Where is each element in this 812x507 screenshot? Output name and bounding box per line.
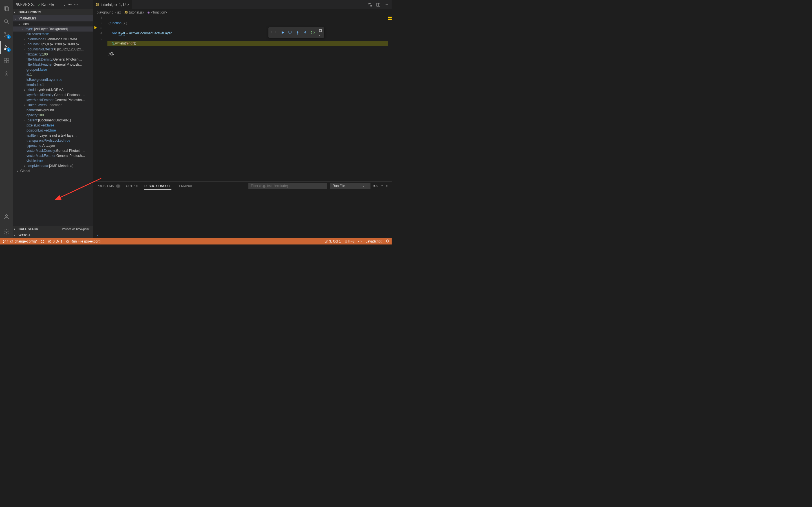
debug-badge: 1 — [7, 48, 11, 52]
encoding[interactable]: UTF-8 — [345, 239, 354, 243]
svg-point-24 — [5, 240, 5, 241]
play-icon: ▷ — [38, 3, 40, 6]
property-parent[interactable]: ›parent: [Document Untitled-1] — [13, 118, 93, 123]
step-out-icon[interactable] — [303, 31, 307, 35]
svg-point-14 — [368, 3, 369, 4]
property-typename[interactable]: typename: ArtLayer — [13, 143, 93, 148]
svg-point-11 — [5, 215, 7, 217]
grip-icon[interactable]: ⋮⋮ — [270, 31, 277, 35]
svg-point-23 — [3, 242, 3, 243]
chevron-right-icon: › — [24, 165, 28, 168]
property-kind[interactable]: ›kind: LayerKind.NORMAL — [13, 87, 93, 93]
split-editor-icon[interactable] — [376, 3, 380, 7]
svg-point-26 — [67, 241, 68, 242]
property-opacity[interactable]: opacity: 100 — [13, 113, 93, 118]
panel-tabs: PROBLEMS 1 OUTPUT DEBUG CONSOLE TERMINAL… — [93, 182, 392, 190]
close-icon[interactable]: × — [128, 3, 130, 7]
close-panel-icon[interactable]: × — [386, 184, 388, 187]
console-session-select[interactable]: Run File ⌄ — [330, 183, 370, 189]
accounts-icon[interactable] — [0, 210, 13, 223]
tab-tutorial[interactable]: JS tutorial.jsx 1, U × — [93, 0, 133, 9]
notifications-icon[interactable] — [386, 239, 389, 243]
property-bounds[interactable]: ›bounds: 0 px,0 px,1200 px,1600 px — [13, 42, 93, 47]
debug-console-body[interactable]: › — [93, 190, 392, 238]
svg-point-4 — [4, 36, 6, 37]
svg-rect-10 — [7, 61, 9, 63]
property-positionLocked[interactable]: positionLocked: true — [13, 128, 93, 133]
clear-console-icon[interactable]: ≡✕ — [373, 184, 377, 188]
compare-icon[interactable] — [368, 3, 372, 7]
sync-icon[interactable] — [41, 239, 45, 243]
overview-ruler — [388, 15, 392, 181]
variable-layer[interactable]: ⌄ layer: [ArtLayer Background] — [13, 26, 93, 32]
property-id[interactable]: id: 1 — [13, 72, 93, 77]
method-icon: ◈ — [147, 10, 150, 14]
property-isBackgroundLayer[interactable]: isBackgroundLayer: true — [13, 77, 93, 82]
run-debug-icon[interactable]: 1 — [0, 41, 13, 54]
breadcrumb[interactable]: playground› jsx› JS tutorial.jsx› ◈ <fun… — [93, 9, 392, 15]
step-over-icon[interactable] — [288, 31, 292, 35]
property-allLocked[interactable]: allLocked: false — [13, 32, 93, 37]
source-control-icon[interactable]: 1 — [0, 28, 13, 41]
svg-point-15 — [370, 5, 371, 6]
property-pixelsLocked[interactable]: pixelsLocked: false — [13, 123, 93, 128]
git-branch[interactable]: f_cf_change-config* — [2, 239, 37, 243]
property-layerMaskFeather[interactable]: layerMaskFeather: General Photosho… — [13, 98, 93, 103]
problems-status[interactable]: 0 1 — [48, 239, 62, 243]
more-icon[interactable]: ⋯ — [74, 2, 78, 6]
chevron-down-icon: ⌄ — [362, 184, 365, 188]
tab-terminal[interactable]: TERMINAL — [177, 182, 193, 189]
property-fillOpacity[interactable]: fillOpacity: 100 — [13, 52, 93, 57]
chevron-right-icon: › — [14, 234, 17, 237]
continue-icon[interactable] — [280, 31, 285, 35]
chevron-right-icon: › — [14, 11, 17, 14]
tab-output[interactable]: OUTPUT — [126, 182, 139, 189]
debug-task[interactable]: Run File (ps-export) — [66, 239, 100, 243]
property-linkedLayers[interactable]: ›linkedLayers: undefined — [13, 103, 93, 108]
tree-icon[interactable] — [0, 67, 13, 80]
breakpoints-section[interactable]: › BREAKPOINTS — [13, 9, 93, 15]
variables-section[interactable]: ⌄ VARIABLES — [13, 15, 93, 21]
code-editor[interactable]: 1 2 3 4 5 (function () { var layer = act… — [93, 15, 388, 181]
property-grouped[interactable]: grouped: false — [13, 67, 93, 72]
scope-global[interactable]: › Global — [13, 168, 93, 173]
watch-section[interactable]: › WATCH — [13, 232, 93, 238]
property-filterMaskFeather[interactable]: filterMaskFeather: General Photosh… — [13, 62, 93, 67]
line-gutter: 1 2 3 4 5 — [93, 15, 107, 181]
property-vectorMaskFeather[interactable]: vectorMaskFeather: General Photosh… — [13, 153, 93, 158]
tab-problems[interactable]: PROBLEMS 1 — [97, 182, 120, 189]
property-name[interactable]: name: Background — [13, 108, 93, 113]
tab-debug-console[interactable]: DEBUG CONSOLE — [144, 182, 171, 189]
property-blendMode[interactable]: ›blendMode: BlendMode.NORMAL — [13, 37, 93, 42]
explorer-icon[interactable] — [0, 2, 13, 15]
collapse-icon[interactable]: ⌃ — [380, 184, 383, 188]
property-filterMaskDensity[interactable]: filterMaskDensity: General Photosh… — [13, 57, 93, 62]
cursor-position[interactable]: Ln 3, Col 1 — [324, 239, 341, 243]
console-filter-input[interactable] — [248, 183, 327, 189]
settings-icon[interactable] — [0, 225, 13, 238]
call-stack-section[interactable]: › CALL STACK Paused on breakpoint — [13, 226, 93, 232]
property-vectorMaskDensity[interactable]: vectorMaskDensity: General Photosh… — [13, 148, 93, 153]
property-itemIndex[interactable]: itemIndex: 1 — [13, 82, 93, 87]
property-layerMaskDensity[interactable]: layerMaskDensity: General Photosho… — [13, 93, 93, 98]
search-icon[interactable] — [0, 15, 13, 28]
svg-point-13 — [70, 4, 71, 5]
chevron-right-icon: › — [17, 170, 20, 173]
restart-icon[interactable] — [311, 31, 315, 35]
language-mode[interactable]: { } JavaScript — [358, 239, 382, 243]
step-into-icon[interactable] — [296, 31, 300, 35]
scope-local[interactable]: ⌄ Local — [13, 21, 93, 26]
stop-icon[interactable]: ⌄ — [318, 29, 322, 37]
chevron-down-icon: ⌄ — [63, 3, 66, 6]
svg-point-17 — [290, 33, 290, 34]
more-icon[interactable]: ⋯ — [385, 3, 388, 7]
property-transparentPixelsLocked[interactable]: transparentPixelsLocked: true — [13, 138, 93, 143]
svg-point-22 — [3, 240, 3, 240]
property-visible[interactable]: visible: true — [13, 158, 93, 163]
extensions-icon[interactable] — [0, 54, 13, 67]
property-boundsNoEffects[interactable]: ›boundsNoEffects: 0 px,0 px,1200 px… — [13, 47, 93, 52]
launch-config-selector[interactable]: ▷ Run File ⌄ — [38, 3, 66, 6]
property-xmpMetadata[interactable]: ›xmpMetadata: [XMP Metadata] — [13, 163, 93, 168]
property-textItem[interactable]: textItem: Layer is not a text laye… — [13, 133, 93, 138]
gear-icon[interactable] — [68, 3, 72, 6]
